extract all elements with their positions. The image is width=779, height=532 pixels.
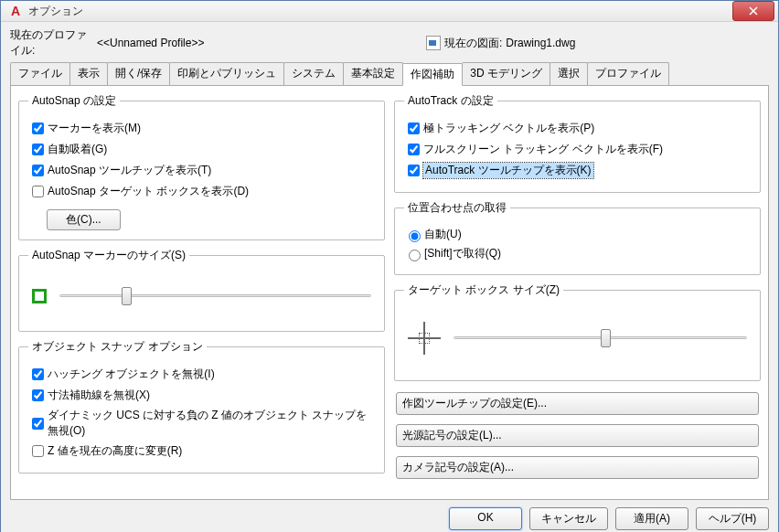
legend-alignment: 位置合わせ点の取得	[404, 200, 510, 216]
radio-auto[interactable]	[409, 230, 421, 242]
window-title: オプション	[28, 4, 732, 19]
drafting-tooltip-settings-button[interactable]: 作図ツールチップの設定(E)...	[396, 392, 759, 415]
group-alignment: 位置合わせ点の取得 自動(U) [Shift]で取得(Q)	[394, 200, 761, 275]
chk-marker[interactable]	[32, 122, 44, 134]
chk-aperture-box[interactable]	[32, 186, 44, 197]
group-osnap-options: オブジェクト スナップ オプション ハッチング オブジェクトを無視(I) 寸法補…	[18, 339, 385, 473]
right-column: AutoTrack の設定 極トラッキング ベクトルを表示(P) フルスクリーン…	[394, 93, 761, 492]
left-column: AutoSnap の設定 マーカーを表示(M) 自動吸着(G) AutoSnap…	[18, 93, 385, 492]
right-button-stack: 作図ツールチップの設定(E)... 光源記号の設定(L)... カメラ記号の設定…	[394, 388, 761, 492]
cancel-button[interactable]: キャンセル	[529, 507, 608, 530]
ok-button[interactable]: OK	[449, 507, 522, 530]
group-marker-size: AutoSnap マーカーのサイズ(S)	[18, 248, 385, 332]
chk-ignore-ext[interactable]	[32, 389, 44, 401]
group-target-size: ターゲット ボックス サイズ(Z)	[394, 282, 761, 381]
tab-system[interactable]: システム	[283, 62, 344, 85]
profile-row: 現在のプロファイル: <<Unnamed Profile>> 現在の図面: Dr…	[10, 27, 769, 59]
lbl-magnet: 自動吸着(G)	[48, 142, 107, 157]
legend-autotrack: AutoTrack の設定	[404, 93, 497, 109]
dialog-buttons: OK キャンセル 適用(A) ヘルプ(H)	[10, 500, 769, 530]
group-autosnap: AutoSnap の設定 マーカーを表示(M) 自動吸着(G) AutoSnap…	[18, 93, 385, 240]
legend-marker-size: AutoSnap マーカーのサイズ(S)	[28, 248, 189, 263]
app-icon: A	[8, 4, 23, 18]
close-icon	[749, 6, 758, 16]
titlebar: A オプション	[1, 1, 778, 22]
tab-panel: AutoSnap の設定 マーカーを表示(M) 自動吸着(G) AutoSnap…	[10, 86, 769, 500]
chk-replace-z[interactable]	[32, 445, 44, 457]
tab-file[interactable]: ファイル	[10, 62, 70, 85]
help-button[interactable]: ヘルプ(H)	[696, 507, 769, 530]
lbl-polar-vector: 極トラッキング ベクトルを表示(P)	[423, 121, 594, 136]
target-size-slider[interactable]	[454, 329, 747, 347]
tab-3d[interactable]: 3D モデリング	[462, 62, 550, 85]
drawing-icon	[426, 36, 441, 50]
drawing-value: Drawing1.dwg	[506, 37, 575, 49]
lbl-ignore-negz: ダイナミック UCS に対する負の Z 値のオブジェクト スナップを無視(O)	[48, 408, 375, 439]
tab-user-prefs[interactable]: 基本設定	[343, 62, 403, 85]
lbl-auto: 自動(U)	[424, 227, 462, 242]
chk-ignore-negz[interactable]	[32, 418, 44, 430]
group-autotrack: AutoTrack の設定 極トラッキング ベクトルを表示(P) フルスクリーン…	[394, 93, 761, 193]
tab-strip: ファイル 表示 開く/保存 印刷とパブリッシュ システム 基本設定 作図補助 3…	[10, 62, 769, 86]
lbl-aperture-box: AutoSnap ターゲット ボックスを表示(D)	[48, 184, 249, 199]
lbl-fullscreen-vector: フルスクリーン トラッキング ベクトルを表示(F)	[423, 142, 663, 157]
lbl-ignore-ext: 寸法補助線を無視(X)	[48, 388, 150, 403]
lbl-marker: マーカーを表示(M)	[48, 121, 141, 136]
radio-shift[interactable]	[409, 250, 421, 261]
lbl-ignore-hatch: ハッチング オブジェクトを無視(I)	[48, 367, 215, 382]
drawing-label: 現在の図面:	[444, 36, 502, 51]
chk-fullscreen-vector[interactable]	[408, 144, 420, 155]
light-glyph-settings-button[interactable]: 光源記号の設定(L)...	[396, 424, 759, 447]
lbl-autotrack-tooltip: AutoTrack ツールチップを表示(K)	[423, 163, 593, 178]
apply-button[interactable]: 適用(A)	[615, 507, 688, 530]
aperture-preview-icon	[408, 322, 441, 355]
options-dialog: A オプション 現在のプロファイル: <<Unnamed Profile>> 現…	[0, 0, 779, 532]
colors-button[interactable]: 色(C)...	[47, 209, 121, 230]
tab-selection[interactable]: 選択	[550, 62, 588, 85]
tab-open-save[interactable]: 開く/保存	[107, 62, 170, 85]
tab-plot[interactable]: 印刷とパブリッシュ	[169, 62, 284, 85]
chk-magnet[interactable]	[32, 144, 44, 155]
profile-value: <<Unnamed Profile>>	[97, 37, 426, 49]
camera-glyph-settings-button[interactable]: カメラ記号の設定(A)...	[396, 456, 759, 479]
close-button[interactable]	[732, 1, 774, 21]
legend-autosnap: AutoSnap の設定	[28, 93, 120, 109]
marker-preview-icon	[32, 289, 47, 303]
tab-display[interactable]: 表示	[69, 62, 108, 85]
chk-autosnap-tooltip[interactable]	[32, 165, 44, 176]
content-area: 現在のプロファイル: <<Unnamed Profile>> 現在の図面: Dr…	[1, 22, 778, 532]
legend-osnap-options: オブジェクト スナップ オプション	[28, 339, 207, 355]
lbl-autosnap-tooltip: AutoSnap ツールチップを表示(T)	[48, 163, 211, 178]
marker-size-slider[interactable]	[59, 287, 371, 305]
profile-label: 現在のプロファイル:	[10, 27, 97, 59]
chk-autotrack-tooltip[interactable]	[408, 165, 420, 176]
tab-drafting[interactable]: 作図補助	[402, 63, 463, 86]
chk-polar-vector[interactable]	[408, 122, 420, 134]
legend-target-size: ターゲット ボックス サイズ(Z)	[404, 282, 563, 298]
lbl-replace-z: Z 値を現在の高度に変更(R)	[48, 443, 182, 459]
lbl-shift: [Shift]で取得(Q)	[424, 246, 501, 261]
chk-ignore-hatch[interactable]	[32, 368, 44, 380]
tab-profiles[interactable]: プロファイル	[587, 62, 669, 85]
